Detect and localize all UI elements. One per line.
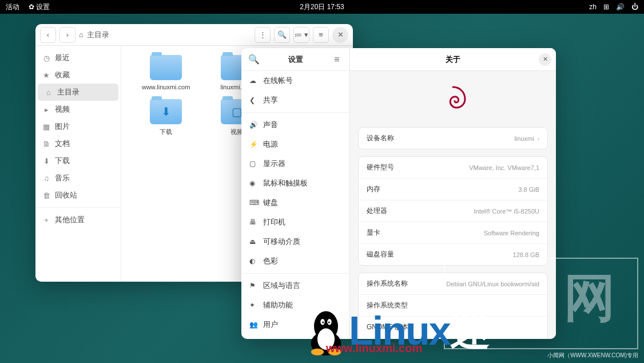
sidebar-item[interactable]: ◷最近 bbox=[35, 49, 121, 66]
power-icon[interactable]: ⏻ bbox=[631, 3, 638, 11]
sidebar-item-icon: ▸ bbox=[42, 105, 50, 114]
settings-search-button[interactable]: 🔍 bbox=[247, 53, 261, 66]
folder-icon bbox=[150, 55, 182, 80]
category-icon: 🔊 bbox=[249, 121, 257, 129]
settings-category[interactable]: ☁在线帐号 bbox=[241, 71, 349, 90]
volume-icon[interactable]: 🔊 bbox=[616, 3, 625, 11]
category-label: 区域与语言 bbox=[263, 281, 300, 291]
sidebar-item-icon: + bbox=[42, 216, 50, 224]
device-name-value: linuxmi bbox=[514, 135, 534, 142]
category-label: 辅助功能 bbox=[263, 300, 293, 310]
spec-row: 显卡Software Rendering bbox=[359, 222, 547, 244]
path-bar[interactable]: ⌂ 主目录 bbox=[79, 30, 251, 40]
category-icon: ☁ bbox=[249, 77, 257, 85]
category-icon: ✦ bbox=[249, 301, 257, 309]
hamburger-menu-button[interactable]: ≡ bbox=[313, 27, 329, 43]
folder-label: 下载 bbox=[160, 128, 172, 136]
path-menu-button[interactable]: ⋮ bbox=[255, 27, 271, 43]
settings-category[interactable]: ▢显示器 bbox=[241, 154, 349, 173]
category-label: 打印机 bbox=[263, 217, 285, 227]
category-icon: ⚑ bbox=[249, 282, 257, 290]
spec-row: 处理器Intel® Core™ i5-8250U bbox=[359, 200, 547, 222]
category-icon: ◐ bbox=[249, 257, 257, 265]
settings-page-title: 关于 bbox=[446, 54, 460, 65]
sidebar-item-label: 收藏 bbox=[55, 70, 70, 80]
settings-sidebar-title: 设置 bbox=[288, 54, 303, 65]
settings-category[interactable]: 🔊声音 bbox=[241, 115, 349, 135]
activities-button[interactable]: 活动 bbox=[6, 2, 19, 12]
category-icon: 🖶 bbox=[249, 218, 257, 226]
folder-label: www.linuxmi.com bbox=[142, 84, 190, 90]
sidebar-item-label: 图片 bbox=[55, 121, 70, 132]
close-button[interactable]: ✕ bbox=[539, 53, 551, 66]
sidebar-item[interactable]: ▦图片 bbox=[35, 118, 121, 135]
category-label: 键盘 bbox=[263, 198, 278, 208]
category-label: 电源 bbox=[263, 139, 278, 149]
sidebar-item[interactable]: ⌂主目录 bbox=[38, 84, 118, 101]
sidebar-item-icon: ⌂ bbox=[45, 88, 53, 97]
sidebar-item[interactable]: ♫音乐 bbox=[35, 169, 121, 187]
search-button[interactable]: 🔍 bbox=[274, 27, 290, 43]
sidebar-item[interactable]: ▸视频 bbox=[35, 101, 121, 118]
settings-category[interactable]: ❮共享 bbox=[241, 90, 349, 110]
forward-button[interactable]: › bbox=[59, 27, 75, 43]
device-name-card[interactable]: 设备名称 linuxmi› bbox=[358, 127, 548, 149]
sidebar-item[interactable]: 🗎文档 bbox=[35, 135, 121, 152]
folder-item[interactable]: www.linuxmi.com bbox=[130, 55, 201, 92]
category-icon: ⚡ bbox=[249, 140, 257, 148]
sidebar-item-icon: ♫ bbox=[42, 174, 50, 183]
app-menu[interactable]: ✿ 设置 bbox=[29, 2, 50, 12]
category-label: 用户 bbox=[263, 319, 278, 330]
category-label: 声音 bbox=[263, 120, 278, 130]
sidebar-item[interactable]: +其他位置 bbox=[35, 211, 121, 228]
clock[interactable]: 2月20日 17:53 bbox=[300, 2, 344, 12]
sidebar-item-icon: ◷ bbox=[42, 54, 50, 62]
svg-point-5 bbox=[322, 322, 324, 323]
settings-category[interactable]: ⏏可移动介质 bbox=[241, 232, 349, 251]
settings-category[interactable]: ⌨键盘 bbox=[241, 193, 349, 212]
app-menu-label: 设置 bbox=[36, 3, 50, 11]
brand-suffix: 迷 bbox=[450, 309, 489, 353]
svg-point-7 bbox=[311, 349, 324, 356]
spec-key: 硬件型号 bbox=[367, 163, 394, 172]
close-button[interactable]: ✕ bbox=[332, 27, 348, 43]
folder-item[interactable]: ⬇下载 bbox=[130, 99, 201, 136]
watermark-large-text: 网 bbox=[564, 263, 627, 333]
spec-key: 磁盘容量 bbox=[367, 250, 394, 259]
sidebar-item-label: 文档 bbox=[55, 139, 70, 149]
device-name-label: 设备名称 bbox=[367, 133, 394, 143]
category-label: 显示器 bbox=[263, 159, 285, 169]
settings-category[interactable]: 🖶打印机 bbox=[241, 212, 349, 232]
back-button[interactable]: ‹ bbox=[40, 27, 56, 43]
sidebar-item[interactable]: ★收藏 bbox=[35, 66, 121, 84]
category-icon: ⌨ bbox=[249, 199, 257, 207]
settings-category[interactable]: ⚡电源 bbox=[241, 135, 349, 154]
sidebar-item[interactable]: ⬇下载 bbox=[35, 152, 121, 169]
files-sidebar: ◷最近★收藏⌂主目录▸视频▦图片🗎文档⬇下载♫音乐🗑回收站+其他位置 bbox=[35, 46, 121, 282]
sidebar-item-label: 最近 bbox=[55, 53, 70, 63]
category-label: 共享 bbox=[263, 95, 278, 105]
category-label: 在线帐号 bbox=[263, 76, 293, 86]
category-label: 色彩 bbox=[263, 256, 278, 266]
settings-category[interactable]: ◉鼠标和触摸板 bbox=[241, 173, 349, 193]
network-icon[interactable]: ⊞ bbox=[603, 3, 609, 11]
spec-value: VMware, Inc. VMware7,1 bbox=[469, 164, 539, 171]
sidebar-item-label: 下载 bbox=[55, 156, 70, 166]
settings-sidebar-header: 🔍 设置 ≡ bbox=[241, 48, 349, 71]
watermark-text: 小闻网（WWW.XWENW.COM)专用 bbox=[547, 352, 638, 360]
path-label: 主目录 bbox=[87, 30, 109, 40]
settings-menu-button[interactable]: ≡ bbox=[330, 53, 344, 66]
input-method-indicator[interactable]: zh bbox=[589, 3, 597, 11]
spec-key: 内存 bbox=[367, 184, 380, 194]
folder-icon: ⬇ bbox=[150, 99, 182, 124]
category-icon: ⏏ bbox=[249, 238, 257, 246]
settings-category[interactable]: ⚑区域与语言 bbox=[241, 276, 349, 295]
os-key: 操作系统名称 bbox=[367, 279, 408, 289]
settings-category[interactable]: ◐色彩 bbox=[241, 251, 349, 271]
view-options-button[interactable]: ≔ ▾ bbox=[293, 27, 309, 43]
sidebar-item[interactable]: 🗑回收站 bbox=[35, 187, 121, 204]
sidebar-item-label: 音乐 bbox=[55, 173, 70, 183]
gnome-top-bar: 活动 ✿ 设置 2月20日 17:53 zh ⊞ 🔊 ⏻ bbox=[0, 0, 644, 14]
sidebar-item-label: 其他位置 bbox=[55, 215, 85, 225]
spec-value: 3.8 GiB bbox=[518, 186, 539, 193]
